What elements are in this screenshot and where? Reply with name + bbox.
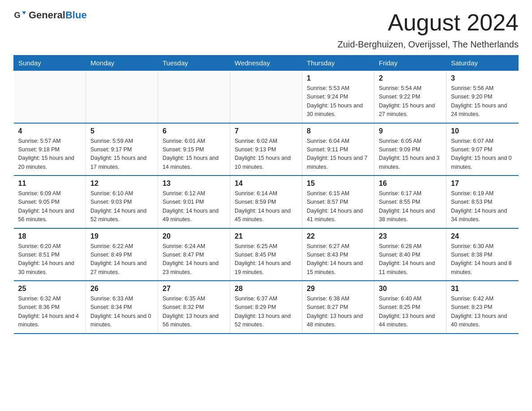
calendar-week-row: 4Sunrise: 5:57 AM Sunset: 9:18 PM Daylig… <box>14 123 519 176</box>
calendar-cell: 1Sunrise: 5:53 AM Sunset: 9:24 PM Daylig… <box>302 71 374 123</box>
day-number: 4 <box>18 127 82 135</box>
day-info: Sunrise: 6:30 AM Sunset: 8:38 PM Dayligh… <box>451 242 514 277</box>
day-number: 24 <box>451 232 514 240</box>
day-info: Sunrise: 6:24 AM Sunset: 8:47 PM Dayligh… <box>163 242 225 277</box>
header-tuesday: Tuesday <box>158 56 230 71</box>
calendar-cell: 19Sunrise: 6:22 AM Sunset: 8:49 PM Dayli… <box>86 228 158 281</box>
day-info: Sunrise: 6:42 AM Sunset: 8:23 PM Dayligh… <box>451 295 514 330</box>
calendar-cell: 24Sunrise: 6:30 AM Sunset: 8:38 PM Dayli… <box>446 228 519 281</box>
location-title: Zuid-Berghuizen, Overijssel, The Netherl… <box>13 39 519 50</box>
day-info: Sunrise: 6:32 AM Sunset: 8:36 PM Dayligh… <box>18 295 82 330</box>
day-info: Sunrise: 6:25 AM Sunset: 8:45 PM Dayligh… <box>235 242 297 277</box>
calendar-cell: 3Sunrise: 5:56 AM Sunset: 9:20 PM Daylig… <box>446 71 519 123</box>
logo: G GeneralBlue <box>13 9 87 21</box>
page-header: G GeneralBlue August 2024 <box>13 9 519 36</box>
day-number: 7 <box>235 127 297 135</box>
day-number: 21 <box>235 232 297 240</box>
svg-text:G: G <box>14 11 20 20</box>
day-number: 6 <box>163 127 225 135</box>
day-info: Sunrise: 6:09 AM Sunset: 9:05 PM Dayligh… <box>18 189 82 224</box>
day-number: 2 <box>379 74 442 82</box>
day-info: Sunrise: 6:19 AM Sunset: 8:53 PM Dayligh… <box>451 189 514 224</box>
calendar-cell: 23Sunrise: 6:28 AM Sunset: 8:40 PM Dayli… <box>374 228 446 281</box>
day-number: 9 <box>379 127 442 135</box>
logo-blue: Blue <box>65 9 87 21</box>
logo-icon: G <box>13 9 26 21</box>
day-info: Sunrise: 6:28 AM Sunset: 8:40 PM Dayligh… <box>379 242 442 277</box>
day-info: Sunrise: 6:10 AM Sunset: 9:03 PM Dayligh… <box>90 189 153 224</box>
day-info: Sunrise: 6:04 AM Sunset: 9:11 PM Dayligh… <box>307 137 369 172</box>
day-info: Sunrise: 6:17 AM Sunset: 8:55 PM Dayligh… <box>379 189 442 224</box>
header-saturday: Saturday <box>446 56 519 71</box>
day-info: Sunrise: 6:33 AM Sunset: 8:34 PM Dayligh… <box>90 295 153 330</box>
calendar-cell: 2Sunrise: 5:54 AM Sunset: 9:22 PM Daylig… <box>374 71 446 123</box>
day-info: Sunrise: 6:35 AM Sunset: 8:32 PM Dayligh… <box>163 295 225 330</box>
header-friday: Friday <box>374 56 446 71</box>
day-info: Sunrise: 6:37 AM Sunset: 8:29 PM Dayligh… <box>235 295 297 330</box>
calendar-week-row: 18Sunrise: 6:20 AM Sunset: 8:51 PM Dayli… <box>14 228 519 281</box>
calendar-cell: 30Sunrise: 6:40 AM Sunset: 8:25 PM Dayli… <box>374 281 446 334</box>
calendar-cell: 21Sunrise: 6:25 AM Sunset: 8:45 PM Dayli… <box>230 228 302 281</box>
calendar-cell <box>230 71 302 123</box>
calendar-cell: 7Sunrise: 6:02 AM Sunset: 9:13 PM Daylig… <box>230 123 302 176</box>
calendar-cell: 26Sunrise: 6:33 AM Sunset: 8:34 PM Dayli… <box>86 281 158 334</box>
day-number: 15 <box>307 180 369 188</box>
calendar-cell: 29Sunrise: 6:38 AM Sunset: 8:27 PM Dayli… <box>302 281 374 334</box>
day-number: 10 <box>451 127 514 135</box>
day-info: Sunrise: 6:07 AM Sunset: 9:07 PM Dayligh… <box>451 137 514 172</box>
day-number: 19 <box>90 232 153 240</box>
calendar-cell: 22Sunrise: 6:27 AM Sunset: 8:43 PM Dayli… <box>302 228 374 281</box>
day-number: 13 <box>163 180 225 188</box>
calendar-cell: 17Sunrise: 6:19 AM Sunset: 8:53 PM Dayli… <box>446 176 519 228</box>
calendar-week-row: 1Sunrise: 5:53 AM Sunset: 9:24 PM Daylig… <box>14 71 519 123</box>
day-info: Sunrise: 6:40 AM Sunset: 8:25 PM Dayligh… <box>379 295 442 330</box>
calendar-cell: 14Sunrise: 6:14 AM Sunset: 8:59 PM Dayli… <box>230 176 302 228</box>
day-number: 23 <box>379 232 442 240</box>
day-info: Sunrise: 6:14 AM Sunset: 8:59 PM Dayligh… <box>235 189 297 224</box>
header-thursday: Thursday <box>302 56 374 71</box>
calendar-table: SundayMondayTuesdayWednesdayThursdayFrid… <box>13 55 519 334</box>
day-number: 22 <box>307 232 369 240</box>
day-number: 8 <box>307 127 369 135</box>
calendar-header-row: SundayMondayTuesdayWednesdayThursdayFrid… <box>14 56 519 71</box>
header-sunday: Sunday <box>14 56 86 71</box>
day-number: 3 <box>451 74 514 82</box>
calendar-cell: 8Sunrise: 6:04 AM Sunset: 9:11 PM Daylig… <box>302 123 374 176</box>
day-info: Sunrise: 6:01 AM Sunset: 9:15 PM Dayligh… <box>163 137 225 172</box>
day-number: 1 <box>307 74 369 82</box>
calendar-cell: 5Sunrise: 5:59 AM Sunset: 9:17 PM Daylig… <box>86 123 158 176</box>
day-number: 17 <box>451 180 514 188</box>
calendar-cell <box>14 71 86 123</box>
calendar-cell: 12Sunrise: 6:10 AM Sunset: 9:03 PM Dayli… <box>86 176 158 228</box>
day-number: 29 <box>307 285 369 293</box>
calendar-cell: 13Sunrise: 6:12 AM Sunset: 9:01 PM Dayli… <box>158 176 230 228</box>
day-info: Sunrise: 6:15 AM Sunset: 8:57 PM Dayligh… <box>307 189 369 224</box>
day-number: 5 <box>90 127 153 135</box>
day-number: 30 <box>379 285 442 293</box>
calendar-cell: 20Sunrise: 6:24 AM Sunset: 8:47 PM Dayli… <box>158 228 230 281</box>
calendar-cell: 25Sunrise: 6:32 AM Sunset: 8:36 PM Dayli… <box>14 281 86 334</box>
day-number: 12 <box>90 180 153 188</box>
day-number: 14 <box>235 180 297 188</box>
day-number: 27 <box>163 285 225 293</box>
calendar-cell: 31Sunrise: 6:42 AM Sunset: 8:23 PM Dayli… <box>446 281 519 334</box>
day-info: Sunrise: 6:22 AM Sunset: 8:49 PM Dayligh… <box>90 242 153 277</box>
day-info: Sunrise: 5:56 AM Sunset: 9:20 PM Dayligh… <box>451 84 514 119</box>
calendar-cell: 9Sunrise: 6:05 AM Sunset: 9:09 PM Daylig… <box>374 123 446 176</box>
day-number: 20 <box>163 232 225 240</box>
logo-general: General <box>29 9 65 21</box>
calendar-cell <box>86 71 158 123</box>
calendar-cell: 27Sunrise: 6:35 AM Sunset: 8:32 PM Dayli… <box>158 281 230 334</box>
calendar-cell: 28Sunrise: 6:37 AM Sunset: 8:29 PM Dayli… <box>230 281 302 334</box>
day-info: Sunrise: 6:05 AM Sunset: 9:09 PM Dayligh… <box>379 137 442 172</box>
calendar-cell: 15Sunrise: 6:15 AM Sunset: 8:57 PM Dayli… <box>302 176 374 228</box>
header-wednesday: Wednesday <box>230 56 302 71</box>
day-number: 16 <box>379 180 442 188</box>
calendar-week-row: 25Sunrise: 6:32 AM Sunset: 8:36 PM Dayli… <box>14 281 519 334</box>
day-number: 18 <box>18 232 82 240</box>
calendar-cell: 6Sunrise: 6:01 AM Sunset: 9:15 PM Daylig… <box>158 123 230 176</box>
svg-marker-1 <box>22 12 26 15</box>
calendar-cell: 4Sunrise: 5:57 AM Sunset: 9:18 PM Daylig… <box>14 123 86 176</box>
day-number: 26 <box>90 285 153 293</box>
day-info: Sunrise: 5:54 AM Sunset: 9:22 PM Dayligh… <box>379 84 442 119</box>
